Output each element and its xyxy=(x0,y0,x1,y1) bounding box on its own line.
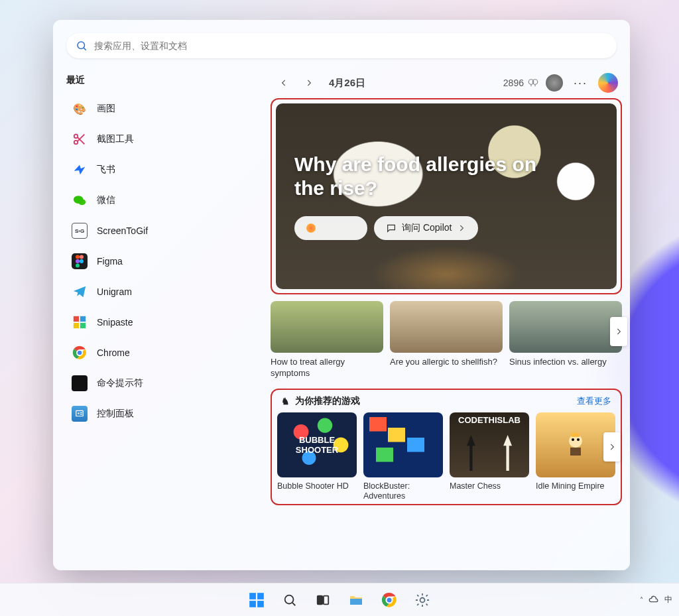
start-panel: 最近 🎨 画图 截图工具 飞书 xyxy=(53,20,630,570)
unigram-icon xyxy=(72,284,88,300)
task-view-button[interactable] xyxy=(309,586,337,614)
scroll-right-button[interactable] xyxy=(603,432,621,462)
recent-section: 最近 🎨 画图 截图工具 飞书 xyxy=(53,68,265,570)
svg-rect-12 xyxy=(80,316,86,322)
article-label: How to treat allergy symptoms xyxy=(271,357,383,379)
start-button[interactable] xyxy=(243,586,271,614)
feed-date: 4月26日 xyxy=(329,77,365,90)
game-thumb: BUBBLE SHOOTER xyxy=(277,412,357,477)
game-card[interactable]: BlockBuster: Adventures xyxy=(363,412,443,501)
svg-point-9 xyxy=(80,259,84,263)
game-label: Idle Mining Empire xyxy=(536,481,615,491)
article-row: How to treat allergy symptoms Are you al… xyxy=(271,301,622,379)
recent-item-label: Figma xyxy=(97,256,123,267)
snipaste-icon xyxy=(72,314,88,330)
svg-point-31 xyxy=(285,595,294,603)
figma-icon xyxy=(72,253,88,269)
article-card[interactable]: Are you allergic to shellfish? xyxy=(390,301,503,379)
recent-item-snipaste[interactable]: Snipaste xyxy=(66,308,265,337)
recent-item-label: 控制面板 xyxy=(97,408,134,420)
game-thumb: CODETHISLAB xyxy=(450,412,529,477)
flame-icon xyxy=(306,223,316,233)
svg-point-25 xyxy=(572,438,574,441)
search-icon xyxy=(76,40,88,52)
recent-item-label: Unigram xyxy=(97,286,132,297)
prev-day-button[interactable] xyxy=(275,74,293,92)
recent-item-wechat[interactable]: 微信 xyxy=(66,186,265,215)
paint-icon: 🎨 xyxy=(72,101,88,117)
see-more-link[interactable]: 查看更多 xyxy=(577,395,611,407)
recent-item-label: 画图 xyxy=(97,103,115,115)
svg-point-0 xyxy=(78,42,85,49)
chrome-icon xyxy=(72,345,88,361)
game-card[interactable]: BUBBLE SHOOTER Bubble Shooter HD xyxy=(277,412,357,501)
recent-item-label: ScreenToGif xyxy=(97,225,148,236)
feed-header: 4月26日 2896 ··· xyxy=(271,72,622,94)
hero-title: Why are food allergies on the rise? xyxy=(294,153,568,200)
ask-copilot-button[interactable]: 询问 Copilot xyxy=(374,216,478,240)
next-day-button[interactable] xyxy=(300,74,318,92)
system-tray[interactable]: ˄ 中 xyxy=(640,594,672,605)
article-thumb xyxy=(390,301,503,353)
article-label: Are you allergic to shellfish? xyxy=(390,357,503,368)
game-thumb xyxy=(363,412,443,477)
recent-item-snippingtool[interactable]: 截图工具 xyxy=(66,125,265,154)
recent-item-screentogif[interactable]: S›G ScreenToGif xyxy=(66,216,265,245)
svg-rect-34 xyxy=(324,595,328,604)
recent-item-chrome[interactable]: Chrome xyxy=(66,338,265,367)
recent-item-figma[interactable]: Figma xyxy=(66,247,265,276)
tray-language[interactable]: 中 xyxy=(664,594,672,605)
feed-section: 4月26日 2896 ··· Why are food allergies on… xyxy=(265,68,630,570)
svg-rect-23 xyxy=(572,433,580,437)
svg-rect-18 xyxy=(76,410,84,416)
taskbar-search-button[interactable] xyxy=(276,586,304,614)
scroll-right-button[interactable] xyxy=(610,317,627,346)
recent-item-cmd[interactable]: 命令提示符 xyxy=(66,369,265,398)
taskbar-explorer-button[interactable] xyxy=(342,586,370,614)
svg-rect-13 xyxy=(74,323,79,328)
svg-point-19 xyxy=(78,412,79,414)
article-label: Sinus infection vs. allergy xyxy=(509,357,622,368)
hero-action-primary[interactable] xyxy=(294,216,367,240)
article-card[interactable]: Sinus infection vs. allergy xyxy=(509,301,622,379)
rewards-points[interactable]: 2896 xyxy=(503,77,539,89)
article-thumb xyxy=(509,301,622,353)
recent-item-label: Chrome xyxy=(97,347,130,358)
svg-point-8 xyxy=(76,259,80,263)
game-card[interactable]: CODETHISLAB Master Chess xyxy=(450,412,529,501)
recent-item-controlpanel[interactable]: 控制面板 xyxy=(66,399,265,428)
recent-item-label: 微信 xyxy=(97,194,115,206)
recent-item-unigram[interactable]: Unigram xyxy=(66,277,265,306)
tray-expand-icon[interactable]: ˄ xyxy=(640,596,643,603)
onedrive-icon[interactable] xyxy=(648,595,659,605)
svg-point-7 xyxy=(80,255,84,259)
search-bar[interactable] xyxy=(66,33,617,58)
svg-rect-11 xyxy=(74,316,79,322)
taskbar-chrome-button[interactable] xyxy=(375,586,403,614)
game-label: Master Chess xyxy=(450,481,529,491)
hero-card[interactable]: Why are food allergies on the rise? 询问 C… xyxy=(276,103,617,289)
svg-line-1 xyxy=(84,48,86,50)
recent-item-feishu[interactable]: 飞书 xyxy=(66,155,265,184)
snip-icon xyxy=(72,131,88,147)
chess-icon: ♞ xyxy=(281,396,290,406)
svg-point-6 xyxy=(76,255,80,259)
svg-point-5 xyxy=(78,199,86,205)
games-highlight: ♞ 为你推荐的游戏 查看更多 BUBBLE SHOOTER Bubble Sho… xyxy=(271,389,622,505)
chat-icon xyxy=(386,223,397,233)
game-label: BlockBuster: Adventures xyxy=(363,481,443,501)
more-button[interactable]: ··· xyxy=(570,75,591,92)
user-avatar[interactable] xyxy=(546,74,563,92)
recent-item-paint[interactable]: 🎨 画图 xyxy=(66,94,265,123)
article-thumb xyxy=(271,301,383,353)
article-card[interactable]: How to treat allergy symptoms xyxy=(271,301,383,379)
games-section-title: ♞ 为你推荐的游戏 xyxy=(281,395,360,407)
copilot-icon[interactable] xyxy=(598,73,618,93)
taskbar-settings-button[interactable] xyxy=(408,586,436,614)
recent-item-label: 截图工具 xyxy=(97,133,134,145)
taskbar: ˄ 中 xyxy=(0,583,679,616)
controlpanel-icon xyxy=(72,406,88,422)
search-input[interactable] xyxy=(94,40,607,51)
recent-item-label: 命令提示符 xyxy=(97,377,143,389)
feishu-icon xyxy=(72,162,88,178)
